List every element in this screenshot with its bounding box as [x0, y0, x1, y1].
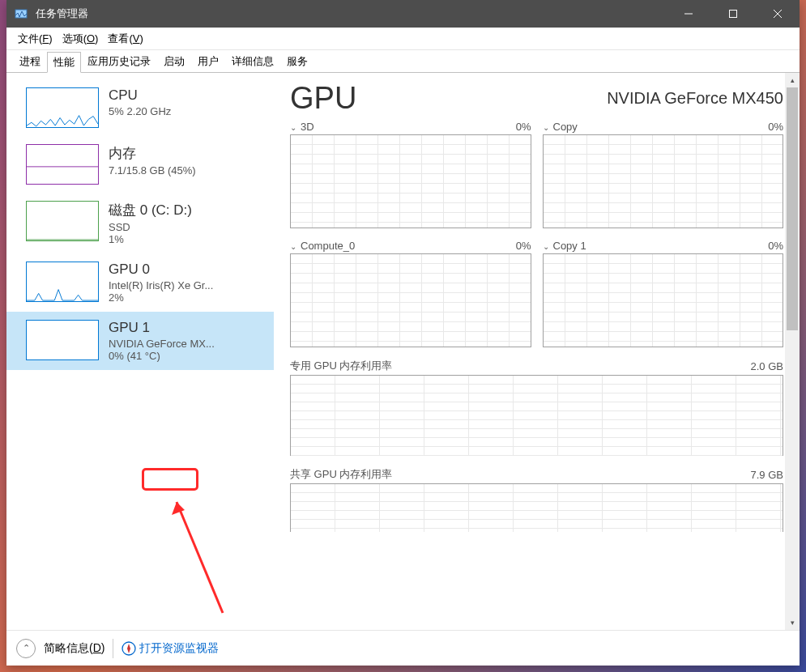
disk-sub1: SSD: [109, 221, 262, 233]
sidebar-item-disk[interactable]: 磁盘 0 (C: D:) SSD 1%: [6, 193, 274, 253]
chevron-down-icon: ⌄: [290, 242, 296, 251]
scroll-down-icon[interactable]: ▾: [785, 615, 800, 630]
gpu0-sub2: 2%: [109, 291, 262, 304]
gpu0-title: GPU 0: [109, 262, 262, 278]
chart-3d-label[interactable]: ⌄3D: [290, 121, 314, 133]
chart-shared: [290, 483, 783, 532]
gpu1-thumb-chart: [26, 320, 99, 360]
fewer-details-toggle[interactable]: ⌃: [16, 639, 36, 658]
svg-rect-2: [729, 11, 736, 18]
mem-title: 内存: [109, 144, 262, 163]
mem-thumb-chart: [26, 144, 99, 185]
chart-3d: [290, 134, 531, 228]
chart-shared-value: 7.9 GB: [751, 469, 783, 481]
tab-services[interactable]: 服务: [280, 51, 314, 72]
disk-title: 磁盘 0 (C: D:): [109, 201, 262, 219]
gpu-name: NVIDIA GeForce MX450: [607, 89, 783, 108]
content: CPU 5% 2.20 GHz 内存 7.1/15.8 GB (45%): [6, 73, 800, 630]
tab-details[interactable]: 详细信息: [225, 51, 280, 72]
cpu-sub: 5% 2.20 GHz: [109, 105, 262, 117]
window-title: 任务管理器: [36, 6, 666, 21]
chart-dedicated-label: 专用 GPU 内存利用率: [290, 359, 392, 373]
open-resmon-link[interactable]: 打开资源监视器: [122, 641, 219, 656]
sidebar-item-memory[interactable]: 内存 7.1/15.8 GB (45%): [6, 136, 274, 193]
tab-users[interactable]: 用户: [191, 51, 225, 72]
chart-dedicated: [290, 375, 783, 456]
tab-startup[interactable]: 启动: [157, 51, 191, 72]
sidebar-item-cpu[interactable]: CPU 5% 2.20 GHz: [6, 79, 274, 136]
sidebar-item-gpu1[interactable]: GPU 1 NVIDIA GeForce MX... 0% (41 °C): [6, 312, 274, 370]
gpu0-sub1: Intel(R) Iris(R) Xe Gr...: [109, 279, 262, 291]
cpu-thumb-chart: [26, 87, 99, 128]
titlebar[interactable]: 任务管理器: [6, 0, 800, 28]
sidebar-item-gpu0[interactable]: GPU 0 Intel(R) Iris(R) Xe Gr... 2%: [6, 253, 274, 312]
tabbar: 进程 性能 应用历史记录 启动 用户 详细信息 服务: [6, 50, 800, 73]
sidebar: CPU 5% 2.20 GHz 内存 7.1/15.8 GB (45%): [6, 73, 274, 630]
chevron-down-icon: ⌄: [543, 242, 549, 251]
chart-copy-label[interactable]: ⌄Copy: [543, 121, 578, 133]
scroll-up-icon[interactable]: ▴: [785, 73, 800, 87]
app-icon: [13, 6, 29, 22]
gpu1-title: GPU 1: [109, 320, 262, 336]
gpu1-sub1: NVIDIA GeForce MX...: [109, 338, 262, 350]
chart-copy-value: 0%: [768, 121, 783, 133]
fewer-details-label[interactable]: 简略信息(D): [44, 641, 104, 656]
task-manager-window: 任务管理器 文件(F) 选项(O) 查看(V) 进程 性能 应用历史记录 启动 …: [6, 0, 800, 666]
close-button[interactable]: [755, 0, 800, 28]
chart-dedicated-value: 2.0 GB: [751, 360, 783, 372]
statusbar: ⌃ 简略信息(D) 打开资源监视器: [6, 630, 800, 666]
menu-view[interactable]: 查看(V): [103, 30, 147, 48]
tab-performance[interactable]: 性能: [47, 52, 81, 73]
tab-processes[interactable]: 进程: [13, 51, 47, 72]
chart-compute: [290, 253, 531, 347]
scrollbar[interactable]: ▴ ▾: [785, 73, 800, 630]
compass-icon: [122, 641, 136, 656]
gpu0-thumb-chart: [26, 262, 99, 302]
scroll-thumb[interactable]: [787, 87, 798, 330]
chart-compute-value: 0%: [516, 240, 531, 252]
maximize-button[interactable]: [710, 0, 755, 28]
divider: [113, 639, 113, 658]
svg-marker-6: [127, 644, 130, 653]
chart-copy: [543, 134, 784, 228]
menu-file[interactable]: 文件(F): [13, 30, 58, 48]
chevron-up-icon: ⌃: [23, 643, 30, 653]
menubar: 文件(F) 选项(O) 查看(V): [6, 28, 800, 50]
disk-sub2: 1%: [109, 233, 262, 245]
chart-compute-label[interactable]: ⌄Compute_0: [290, 240, 355, 252]
gpu1-sub2: 0% (41 °C): [109, 350, 262, 362]
chart-copy1-value: 0%: [768, 240, 783, 252]
tab-app-history[interactable]: 应用历史记录: [81, 51, 157, 72]
chart-copy1-label[interactable]: ⌄Copy 1: [543, 240, 586, 252]
disk-thumb-chart: [26, 201, 99, 241]
main-panel: GPU NVIDIA GeForce MX450 ⌄3D 0% ⌄Copy 0%: [274, 73, 800, 630]
cpu-title: CPU: [109, 87, 262, 104]
chart-shared-label: 共享 GPU 内存利用率: [290, 467, 392, 482]
chart-copy1: [543, 253, 784, 347]
chart-3d-value: 0%: [516, 121, 531, 133]
chevron-down-icon: ⌄: [543, 123, 549, 132]
chevron-down-icon: ⌄: [290, 123, 296, 132]
menu-options[interactable]: 选项(O): [58, 30, 104, 48]
mem-sub: 7.1/15.8 GB (45%): [109, 164, 262, 177]
minimize-button[interactable]: [666, 0, 710, 28]
page-title: GPU: [290, 81, 356, 116]
